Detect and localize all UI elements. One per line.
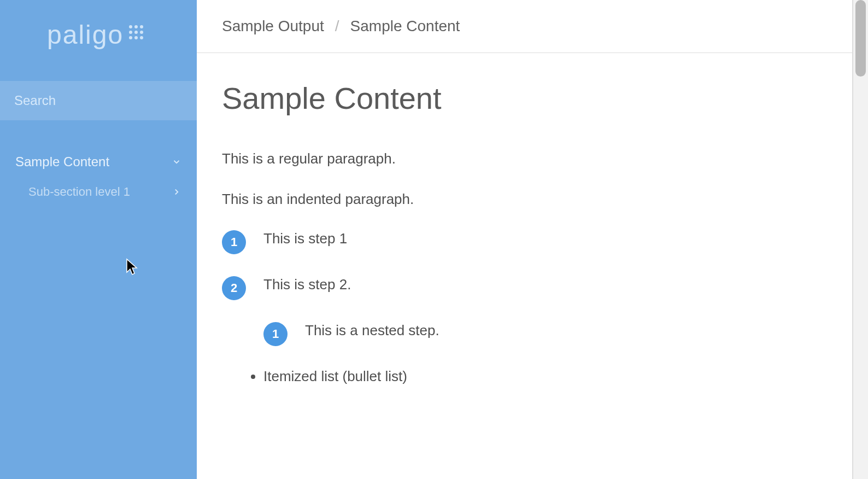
page-title: Sample Content: [222, 80, 827, 116]
sidebar: paligo Sample Content: [0, 0, 197, 479]
step-number-badge: 2: [222, 276, 246, 300]
step-item: 2 This is step 2.: [222, 276, 827, 300]
breadcrumb: Sample Output / Sample Content: [197, 0, 852, 53]
list-item: Itemized list (bullet list): [263, 368, 827, 385]
step-number-badge: 1: [263, 322, 288, 346]
breadcrumb-item[interactable]: Sample Output: [222, 17, 324, 35]
chevron-down-icon: [172, 157, 181, 167]
step-number-badge: 1: [222, 230, 246, 254]
paragraph: This is a regular paragraph.: [222, 149, 827, 168]
svg-point-3: [129, 31, 132, 34]
logo: paligo: [0, 0, 197, 59]
logo-dots-icon: [128, 24, 144, 43]
nested-step-list: 1 This is a nested step.: [263, 322, 827, 346]
sidebar-nav: Sample Content Sub-section level 1: [0, 147, 197, 207]
search-input[interactable]: [14, 93, 183, 108]
bullet-list: Itemized list (bullet list): [263, 368, 827, 385]
breadcrumb-item[interactable]: Sample Content: [350, 17, 460, 35]
main-panel: Sample Output / Sample Content Sample Co…: [197, 0, 853, 479]
chevron-right-icon: [172, 187, 181, 197]
paragraph: This is an indented paragraph.: [222, 189, 827, 209]
app-root: paligo Sample Content: [0, 0, 868, 479]
sidebar-item-sample-content[interactable]: Sample Content: [0, 147, 197, 177]
svg-point-0: [129, 25, 132, 28]
svg-point-7: [134, 36, 138, 39]
search-bar: [0, 81, 197, 120]
svg-point-5: [140, 31, 143, 34]
step-list: 1 This is step 1 2 This is step 2.: [222, 230, 827, 300]
svg-point-2: [140, 25, 143, 28]
step-text: This is step 1: [263, 230, 347, 247]
content-body: Sample Content This is a regular paragra…: [197, 53, 852, 424]
svg-point-8: [140, 36, 143, 39]
step-text: This is a nested step.: [305, 322, 439, 339]
scrollbar-thumb[interactable]: [855, 0, 866, 77]
scrollbar-vertical[interactable]: [853, 0, 868, 479]
step-item: 1 This is step 1: [222, 230, 827, 254]
step-item: 1 This is a nested step.: [263, 322, 827, 346]
sidebar-item-sub-section-1[interactable]: Sub-section level 1: [0, 177, 197, 207]
breadcrumb-separator: /: [335, 17, 339, 35]
svg-point-1: [134, 25, 138, 28]
sidebar-item-label: Sample Content: [15, 154, 109, 170]
step-text: This is step 2.: [263, 276, 351, 293]
svg-point-4: [134, 31, 138, 34]
svg-point-6: [129, 36, 132, 39]
sidebar-item-label: Sub-section level 1: [28, 185, 130, 199]
logo-text: paligo: [47, 22, 124, 48]
